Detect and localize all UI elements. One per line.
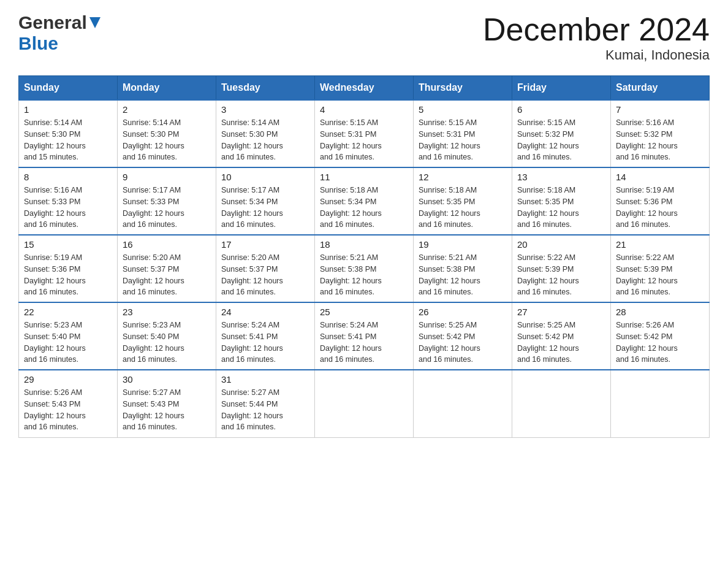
calendar-day-cell: 13Sunrise: 5:18 AMSunset: 5:35 PMDayligh…: [512, 167, 611, 235]
day-info: Sunrise: 5:26 AMSunset: 5:42 PMDaylight:…: [616, 320, 704, 366]
day-info: Sunrise: 5:23 AMSunset: 5:40 PMDaylight:…: [123, 320, 211, 366]
calendar-day-cell: [611, 370, 710, 437]
day-info: Sunrise: 5:27 AMSunset: 5:44 PMDaylight:…: [221, 387, 309, 433]
calendar-day-cell: 25Sunrise: 5:24 AMSunset: 5:41 PMDayligh…: [315, 302, 414, 370]
day-number: 21: [616, 239, 704, 250]
day-number: 13: [517, 172, 605, 182]
day-number: 6: [517, 104, 605, 115]
calendar-day-cell: [512, 370, 611, 437]
day-number: 19: [419, 239, 507, 250]
calendar-week-row: 22Sunrise: 5:23 AMSunset: 5:40 PMDayligh…: [19, 302, 710, 370]
day-number: 25: [320, 307, 408, 317]
title-area: December 2024 Kumai, Indonesia: [483, 12, 710, 63]
day-number: 27: [517, 307, 605, 317]
day-info: Sunrise: 5:19 AMSunset: 5:36 PMDaylight:…: [24, 252, 112, 298]
day-of-week-header: Friday: [512, 76, 611, 101]
day-info: Sunrise: 5:24 AMSunset: 5:41 PMDaylight:…: [320, 320, 408, 366]
day-number: 7: [616, 104, 704, 115]
calendar-day-cell: 31Sunrise: 5:27 AMSunset: 5:44 PMDayligh…: [216, 370, 315, 437]
day-info: Sunrise: 5:15 AMSunset: 5:31 PMDaylight:…: [419, 117, 507, 163]
day-info: Sunrise: 5:24 AMSunset: 5:41 PMDaylight:…: [221, 320, 309, 366]
day-info: Sunrise: 5:19 AMSunset: 5:36 PMDaylight:…: [616, 185, 704, 231]
day-of-week-header: Tuesday: [216, 76, 315, 101]
day-number: 12: [419, 172, 507, 182]
day-info: Sunrise: 5:21 AMSunset: 5:38 PMDaylight:…: [320, 252, 408, 298]
day-info: Sunrise: 5:14 AMSunset: 5:30 PMDaylight:…: [123, 117, 211, 163]
logo: General Blue: [18, 12, 100, 54]
calendar-day-cell: 8Sunrise: 5:16 AMSunset: 5:33 PMDaylight…: [19, 167, 118, 235]
day-number: 16: [123, 239, 211, 250]
calendar-day-cell: 16Sunrise: 5:20 AMSunset: 5:37 PMDayligh…: [118, 235, 216, 302]
logo-blue-text: Blue: [18, 33, 58, 53]
calendar-week-row: 29Sunrise: 5:26 AMSunset: 5:43 PMDayligh…: [19, 370, 710, 437]
day-info: Sunrise: 5:18 AMSunset: 5:35 PMDaylight:…: [517, 185, 605, 231]
calendar-day-cell: 4Sunrise: 5:15 AMSunset: 5:31 PMDaylight…: [315, 100, 414, 167]
day-info: Sunrise: 5:26 AMSunset: 5:43 PMDaylight:…: [24, 387, 112, 433]
calendar-day-cell: 9Sunrise: 5:17 AMSunset: 5:33 PMDaylight…: [118, 167, 216, 235]
svg-marker-0: [89, 17, 100, 28]
calendar-day-cell: 2Sunrise: 5:14 AMSunset: 5:30 PMDaylight…: [118, 100, 216, 167]
day-number: 15: [24, 239, 112, 250]
page-header: General Blue December 2024 Kumai, Indone…: [18, 12, 710, 63]
calendar-day-cell: 19Sunrise: 5:21 AMSunset: 5:38 PMDayligh…: [414, 235, 512, 302]
day-info: Sunrise: 5:15 AMSunset: 5:31 PMDaylight:…: [320, 117, 408, 163]
calendar-day-cell: 14Sunrise: 5:19 AMSunset: 5:36 PMDayligh…: [611, 167, 710, 235]
calendar-day-cell: 18Sunrise: 5:21 AMSunset: 5:38 PMDayligh…: [315, 235, 414, 302]
calendar-day-cell: 12Sunrise: 5:18 AMSunset: 5:35 PMDayligh…: [414, 167, 512, 235]
calendar-day-cell: 10Sunrise: 5:17 AMSunset: 5:34 PMDayligh…: [216, 167, 315, 235]
calendar-week-row: 1Sunrise: 5:14 AMSunset: 5:30 PMDaylight…: [19, 100, 710, 167]
day-number: 10: [221, 172, 309, 182]
day-info: Sunrise: 5:16 AMSunset: 5:32 PMDaylight:…: [616, 117, 704, 163]
day-info: Sunrise: 5:27 AMSunset: 5:43 PMDaylight:…: [123, 387, 211, 433]
day-info: Sunrise: 5:23 AMSunset: 5:40 PMDaylight:…: [24, 320, 112, 366]
day-info: Sunrise: 5:20 AMSunset: 5:37 PMDaylight:…: [221, 252, 309, 298]
day-info: Sunrise: 5:21 AMSunset: 5:38 PMDaylight:…: [419, 252, 507, 298]
calendar-week-row: 8Sunrise: 5:16 AMSunset: 5:33 PMDaylight…: [19, 167, 710, 235]
day-number: 20: [517, 239, 605, 250]
calendar-day-cell: 5Sunrise: 5:15 AMSunset: 5:31 PMDaylight…: [414, 100, 512, 167]
calendar-day-cell: 11Sunrise: 5:18 AMSunset: 5:34 PMDayligh…: [315, 167, 414, 235]
day-info: Sunrise: 5:20 AMSunset: 5:37 PMDaylight:…: [123, 252, 211, 298]
calendar-day-cell: 21Sunrise: 5:22 AMSunset: 5:39 PMDayligh…: [611, 235, 710, 302]
day-info: Sunrise: 5:16 AMSunset: 5:33 PMDaylight:…: [24, 185, 112, 231]
day-number: 28: [616, 307, 704, 317]
month-title: December 2024: [483, 12, 710, 47]
day-number: 22: [24, 307, 112, 317]
day-number: 8: [24, 172, 112, 182]
calendar-day-cell: 1Sunrise: 5:14 AMSunset: 5:30 PMDaylight…: [19, 100, 118, 167]
day-number: 5: [419, 104, 507, 115]
day-number: 11: [320, 172, 408, 182]
calendar-day-cell: 28Sunrise: 5:26 AMSunset: 5:42 PMDayligh…: [611, 302, 710, 370]
day-info: Sunrise: 5:17 AMSunset: 5:34 PMDaylight:…: [221, 185, 309, 231]
day-info: Sunrise: 5:18 AMSunset: 5:35 PMDaylight:…: [419, 185, 507, 231]
calendar-day-cell: 30Sunrise: 5:27 AMSunset: 5:43 PMDayligh…: [118, 370, 216, 437]
day-number: 1: [24, 104, 112, 115]
day-number: 31: [221, 374, 309, 385]
location-title: Kumai, Indonesia: [483, 47, 710, 63]
day-of-week-header: Sunday: [19, 76, 118, 101]
day-info: Sunrise: 5:17 AMSunset: 5:33 PMDaylight:…: [123, 185, 211, 231]
day-number: 26: [419, 307, 507, 317]
day-number: 29: [24, 374, 112, 385]
day-info: Sunrise: 5:14 AMSunset: 5:30 PMDaylight:…: [24, 117, 112, 163]
calendar-day-cell: 7Sunrise: 5:16 AMSunset: 5:32 PMDaylight…: [611, 100, 710, 167]
day-of-week-header: Wednesday: [315, 76, 414, 101]
day-number: 30: [123, 374, 211, 385]
day-number: 23: [123, 307, 211, 317]
calendar-day-cell: 6Sunrise: 5:15 AMSunset: 5:32 PMDaylight…: [512, 100, 611, 167]
calendar-day-cell: 20Sunrise: 5:22 AMSunset: 5:39 PMDayligh…: [512, 235, 611, 302]
calendar-day-cell: 22Sunrise: 5:23 AMSunset: 5:40 PMDayligh…: [19, 302, 118, 370]
calendar-day-cell: 23Sunrise: 5:23 AMSunset: 5:40 PMDayligh…: [118, 302, 216, 370]
calendar-day-cell: 29Sunrise: 5:26 AMSunset: 5:43 PMDayligh…: [19, 370, 118, 437]
calendar-day-cell: 27Sunrise: 5:25 AMSunset: 5:42 PMDayligh…: [512, 302, 611, 370]
day-info: Sunrise: 5:25 AMSunset: 5:42 PMDaylight:…: [419, 320, 507, 366]
day-number: 24: [221, 307, 309, 317]
calendar-day-cell: 3Sunrise: 5:14 AMSunset: 5:30 PMDaylight…: [216, 100, 315, 167]
day-info: Sunrise: 5:25 AMSunset: 5:42 PMDaylight:…: [517, 320, 605, 366]
calendar-week-row: 15Sunrise: 5:19 AMSunset: 5:36 PMDayligh…: [19, 235, 710, 302]
calendar-day-cell: 15Sunrise: 5:19 AMSunset: 5:36 PMDayligh…: [19, 235, 118, 302]
day-number: 4: [320, 104, 408, 115]
day-of-week-header: Saturday: [611, 76, 710, 101]
day-number: 2: [123, 104, 211, 115]
day-number: 14: [616, 172, 704, 182]
